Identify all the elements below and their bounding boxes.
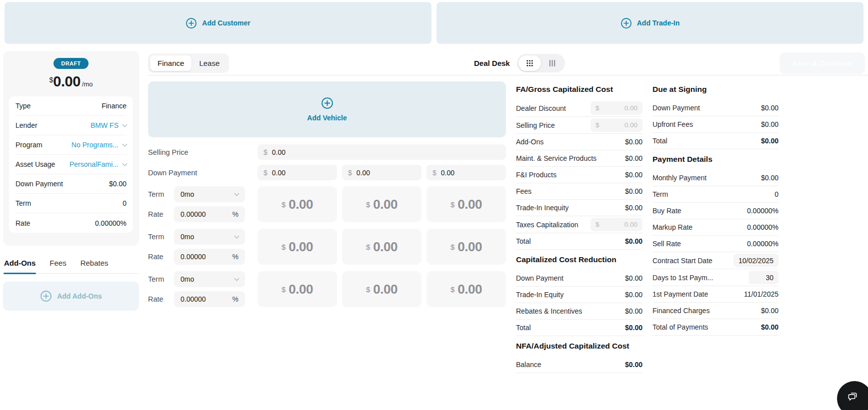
down-payment-input[interactable]: $ xyxy=(342,165,422,180)
payment-display: $0.00 xyxy=(258,229,337,265)
rate-value[interactable] xyxy=(180,295,232,303)
row-value: $0.00 xyxy=(625,274,642,282)
deal-desk-group: Deal Desk xyxy=(474,54,565,72)
term-select[interactable]: 0mo xyxy=(174,186,245,202)
selling-price-value[interactable] xyxy=(272,148,500,156)
rate-value[interactable] xyxy=(180,210,232,218)
tab-finance[interactable]: Finance xyxy=(150,55,192,71)
tab-fees[interactable]: Fees xyxy=(49,254,66,273)
row-label: Rebates & Incentives xyxy=(516,307,582,315)
contract-start-date-field[interactable]: 10/02/2025 xyxy=(734,254,778,267)
payment-amount: 0.00 xyxy=(288,239,313,255)
chat-widget-button[interactable] xyxy=(837,381,868,410)
row-label: Dealer Discount xyxy=(516,104,566,112)
add-addons-label: Add Add-Ons xyxy=(57,292,102,300)
dealer-discount-input[interactable]: $ xyxy=(590,101,642,115)
amount-value[interactable] xyxy=(610,121,638,129)
nfa-adjusted-capitalized-cost-section: NFA/Adjusted Capitalized CostBalance$0.0… xyxy=(516,336,642,373)
add-customer-button[interactable]: Add Customer xyxy=(4,2,432,44)
chat-bubbles-icon xyxy=(847,391,858,402)
row-monthly-payment: Monthly Payment$0.00 xyxy=(652,170,778,186)
term-select[interactable]: 0mo xyxy=(174,271,245,287)
payment-amount: 0.00 xyxy=(458,197,482,212)
down-payment-value[interactable] xyxy=(356,169,416,177)
add-addons-button[interactable]: Add Add-Ons xyxy=(3,282,139,311)
scenario-rows: Term0moRate%$0.00$0.00$0.00Term0moRate%$… xyxy=(148,186,506,307)
tab-lease[interactable]: Lease xyxy=(192,55,227,71)
payment-amount: 0.00 xyxy=(373,239,398,255)
asset-usage-select[interactable]: PersonalFami... xyxy=(70,160,126,168)
row-label: Monthly Payment xyxy=(652,174,706,182)
currency-symbol: $ xyxy=(450,285,454,294)
payment-amount: 0.00 xyxy=(458,239,482,255)
scenario-row: Term0moRate%$0.00$0.00$0.00 xyxy=(148,271,506,307)
row-label: Total xyxy=(516,237,531,245)
payment-amount: 0.00 xyxy=(288,282,313,297)
row-label: Total xyxy=(516,324,531,332)
add-vehicle-button[interactable]: Add Vehicle xyxy=(148,81,506,137)
selling-price-row: Selling Price $ xyxy=(148,144,506,160)
row-sell-rate: Sell Rate0.00000% xyxy=(652,236,778,252)
selling-price-input[interactable]: $ xyxy=(258,144,506,160)
row-label: Markup Rate xyxy=(652,223,692,231)
summary-row-rate: Rate0.00000% xyxy=(16,213,126,233)
monthly-price: $0.00/mo xyxy=(9,73,133,90)
summary-row-label: Rate xyxy=(16,219,30,227)
scenario-controls: Term0moRate% xyxy=(148,271,252,307)
section-title-capitalized-cost-reduction: Capitalized Cost Reduction xyxy=(516,250,642,270)
summary-row-lender: LenderBMW FS xyxy=(16,116,126,135)
columns-view-button[interactable] xyxy=(541,55,564,71)
deal-summary-rail: DRAFT $0.00/mo TypeFinanceLenderBMW FSPr… xyxy=(3,51,139,373)
currency-prefix: $ xyxy=(264,148,268,156)
currency-symbol: $ xyxy=(282,285,286,294)
program-select[interactable]: No Programs... xyxy=(72,141,126,149)
row-value: $0.00 xyxy=(761,137,778,145)
currency-symbol: $ xyxy=(282,200,286,209)
rate-input[interactable]: % xyxy=(174,291,245,307)
summary-rows: TypeFinanceLenderBMW FSProgramNo Program… xyxy=(9,96,133,233)
tab-rebates[interactable]: Rebates xyxy=(80,254,109,273)
currency-prefix: $ xyxy=(596,104,600,112)
deal-header: Finance Lease Deal Desk xyxy=(148,51,868,75)
days-to-1st-paym-field[interactable]: 30 xyxy=(748,271,778,284)
amount-value[interactable] xyxy=(610,221,638,228)
section-title-due-at-signing: Due at Signing xyxy=(652,79,778,100)
grid-view-button[interactable] xyxy=(518,55,541,71)
amount-value[interactable] xyxy=(610,104,638,112)
row-term: Term0 xyxy=(652,186,778,203)
row-selling-price: Selling Price$ xyxy=(516,117,642,134)
currency-prefix: $ xyxy=(596,121,600,129)
taxes-capitalization-input[interactable]: $ xyxy=(590,218,642,231)
lender-select[interactable]: BMW FS xyxy=(90,121,126,129)
term-select[interactable]: 0mo xyxy=(174,229,245,245)
summary-row-label: Lender xyxy=(16,121,38,129)
scenario-row: Term0moRate%$0.00$0.00$0.00 xyxy=(148,186,506,222)
tab-add-ons[interactable]: Add-Ons xyxy=(4,254,36,273)
save-continue-button[interactable]: Save & Continue xyxy=(780,52,865,74)
down-payment-value[interactable] xyxy=(272,169,331,177)
row-label: Buy Rate xyxy=(652,207,682,215)
row-value: $0.00 xyxy=(625,171,642,179)
currency-prefix: $ xyxy=(264,169,268,177)
term-label: Term xyxy=(148,275,174,283)
payment-amount: 0.00 xyxy=(288,197,313,212)
add-trade-in-button[interactable]: Add Trade-In xyxy=(436,2,864,44)
row-value: $0.00 xyxy=(625,291,642,299)
down-payment-input[interactable]: $ xyxy=(258,165,337,180)
rate-input[interactable]: % xyxy=(174,206,245,222)
row-total: Total$0.00 xyxy=(516,320,642,336)
down-payment-value[interactable] xyxy=(441,169,500,177)
currency-symbol: $ xyxy=(366,243,370,251)
rate-input[interactable]: % xyxy=(174,249,245,265)
summary-row-asset-usage: Asset UsagePersonalFami... xyxy=(16,155,126,174)
payment-amount: 0.00 xyxy=(373,197,398,212)
row-value: $0.00 xyxy=(761,174,778,182)
row-label: Upfront Fees xyxy=(652,120,693,128)
selling-price-input[interactable]: $ xyxy=(590,118,642,132)
chevron-down-icon xyxy=(122,141,128,146)
rate-value[interactable] xyxy=(180,253,232,261)
row-value: $0.00 xyxy=(625,204,642,212)
row-rebates-incentives: Rebates & Incentives$0.00 xyxy=(516,303,642,320)
down-payment-input[interactable]: $ xyxy=(426,165,506,180)
row-label: Trade-In Equity xyxy=(516,291,564,299)
